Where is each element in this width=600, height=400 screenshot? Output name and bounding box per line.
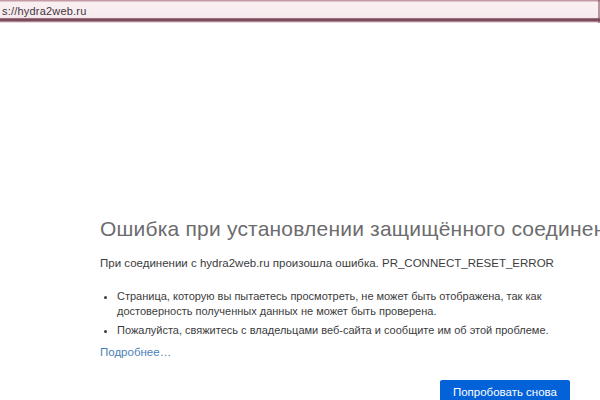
error-bullet-list: Страница, которую вы пытаетесь просмотре… <box>100 289 578 338</box>
retry-button[interactable]: Попробовать снова <box>440 380 570 400</box>
error-bullet-item: Страница, которую вы пытаетесь просмотре… <box>117 289 578 319</box>
error-page-content: Ошибка при установлении защищённого соед… <box>100 216 578 400</box>
url-text: s://hydra2web.ru <box>2 5 87 17</box>
error-description: При соединении с hydra2web.ru произошла … <box>100 256 578 270</box>
learn-more-link[interactable]: Подробнее… <box>100 346 171 359</box>
button-row: Попробовать снова <box>100 380 570 400</box>
url-bar[interactable]: s://hydra2web.ru <box>0 0 600 23</box>
error-title: Ошибка при установлении защищённого соед… <box>100 216 578 241</box>
error-bullet-item: Пожалуйста, свяжитесь с владельцами веб-… <box>117 323 578 338</box>
